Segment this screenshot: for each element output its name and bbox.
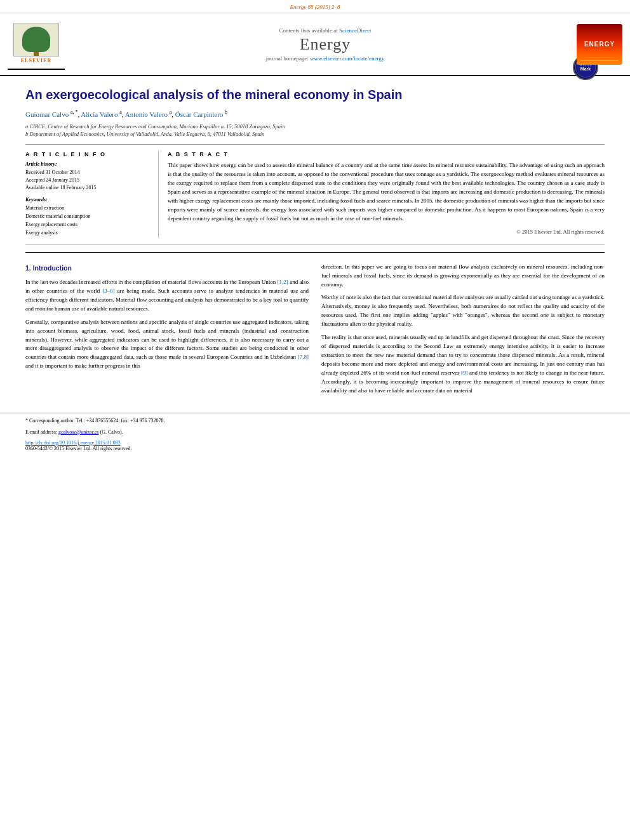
keyword-4: Exergy analysis <box>25 229 149 237</box>
section-divider <box>25 252 605 253</box>
science-direct-line: Contents lists available at ScienceDirec… <box>74 27 577 34</box>
footer-email: E-mail address: gcalvose@unizar.es (G. C… <box>25 429 605 436</box>
footer-links: http://dx.doi.org/10.1016/j.energy.2015.… <box>25 440 605 451</box>
journal-homepage-line: journal homepage: www.elsevier.com/locat… <box>74 55 577 62</box>
article-info: A R T I C L E I N F O Article history: R… <box>25 151 159 237</box>
footer-corresponding: * Corresponding author. Tel.: +34 876555… <box>25 417 605 425</box>
article-info-heading: A R T I C L E I N F O <box>25 151 149 157</box>
body-col-right: direction. In this paper we are going to… <box>321 263 605 400</box>
journal-name: Energy <box>74 35 577 54</box>
ref-9[interactable]: [9] <box>461 370 468 376</box>
affiliation-a: a CIRCE, Center of Research for Energy R… <box>25 123 605 131</box>
abstract-heading: A B S T R A C T <box>168 151 605 157</box>
author-alicia[interactable]: Alicia Valero <box>81 110 117 118</box>
author-oscar[interactable]: Óscar Carpintero <box>175 110 223 118</box>
body-para-2: Generally, comparative analysis between … <box>25 318 309 371</box>
body-para-5: The reality is that once used, minerals … <box>321 333 605 396</box>
body-para-4: Worthy of note is also the fact that con… <box>321 293 605 329</box>
journal-header: ELSEVIER Contents lists available at Sci… <box>0 13 630 76</box>
abstract-text: This paper shows how exergy can be used … <box>168 161 605 223</box>
body-col-left: 1. Introduction In the last two decades … <box>25 263 309 400</box>
keyword-3: Exergy replacement costs <box>25 221 149 229</box>
footer-email-link[interactable]: gcalvose@unizar.es <box>58 429 99 435</box>
abstract-section: A B S T R A C T This paper shows how exe… <box>159 151 605 237</box>
svg-text:Mark: Mark <box>580 67 591 71</box>
accepted-date: Accepted 24 January 2015 <box>25 177 149 184</box>
author-guiomar[interactable]: Guiomar Calvo <box>25 110 69 118</box>
keyword-2: Domestic material consumption <box>25 213 149 221</box>
footer-section: * Corresponding author. Tel.: +34 876555… <box>0 413 630 451</box>
ref-7-8[interactable]: [7,8] <box>298 354 309 360</box>
received-date: Received 31 October 2014 <box>25 169 149 177</box>
section-1-heading: 1. Introduction <box>25 263 309 273</box>
affiliation-b: b Department of Applied Economics, Unive… <box>25 131 605 138</box>
available-date: Available online 18 February 2015 <box>25 184 149 192</box>
footer-issn: 0360-5442/© 2015 Elsevier Ltd. All right… <box>25 446 131 451</box>
elsevier-tree-icon <box>13 23 59 57</box>
ref-3-6[interactable]: [3–6] <box>102 288 115 294</box>
science-direct-link[interactable]: ScienceDirect <box>339 27 371 34</box>
history-label: Article history: <box>25 161 149 167</box>
copyright-line: © 2015 Elsevier Ltd. All rights reserved… <box>168 229 605 235</box>
body-para-1: In the last two decades increased effort… <box>25 278 309 314</box>
journal-reference: Energy 88 (2015) 2–8 <box>0 0 630 13</box>
elsevier-logo-section: ELSEVIER <box>8 18 65 70</box>
doi-link[interactable]: http://dx.doi.org/10.1016/j.energy.2015.… <box>25 440 121 446</box>
elsevier-wordmark: ELSEVIER <box>21 58 51 63</box>
ref-1-2[interactable]: [1,2] <box>278 279 288 285</box>
keyword-1: Material extraction <box>25 204 149 213</box>
authors-line: Guiomar Calvo a, *, Alicia Valero a, Ant… <box>25 109 605 118</box>
journal-title-section: Contents lists available at ScienceDirec… <box>74 27 577 62</box>
author-antonio[interactable]: Antonio Valero <box>125 110 168 118</box>
journal-homepage-link[interactable]: www.elsevier.com/locate/energy <box>310 55 384 62</box>
keywords-label: Keywords: <box>25 197 149 203</box>
paper-content: Cross Mark An exergoecological analysis … <box>0 76 630 406</box>
energy-logo-right: ENERGY <box>577 24 622 65</box>
body-para-3: direction. In this paper we are going to… <box>321 263 605 290</box>
info-abstract-section: A R T I C L E I N F O Article history: R… <box>25 144 605 244</box>
affiliations: a CIRCE, Center of Research for Energy R… <box>25 123 605 138</box>
article-title: An exergoecological analysis of the mine… <box>25 86 605 103</box>
body-columns: 1. Introduction In the last two decades … <box>25 263 605 400</box>
